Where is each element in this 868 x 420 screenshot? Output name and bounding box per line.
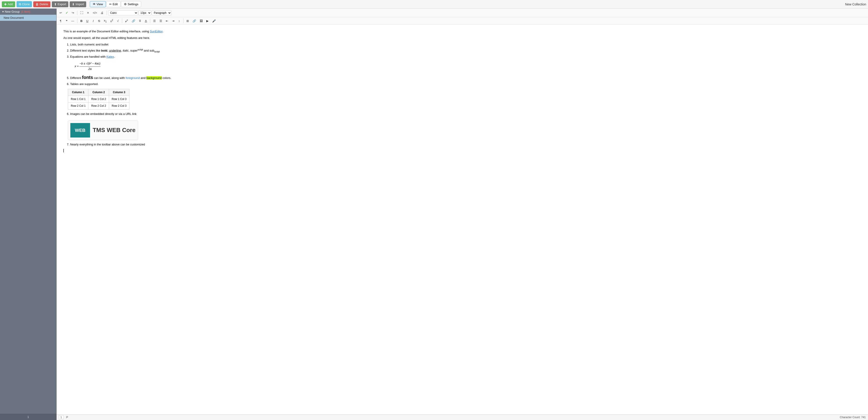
- group-count: (1 item): [21, 10, 30, 13]
- strikethrough-button[interactable]: S: [96, 18, 102, 24]
- import-icon: ⬇: [72, 2, 75, 6]
- intro-paragraph2: As one would expect, all the usual HTML …: [63, 36, 861, 40]
- italic-button[interactable]: I: [91, 18, 96, 24]
- editor-toolbar-row2: ¶ ❝ — B U I S x1 x2 √ 🖍 🔗 T̶ A ☰ ☰ ⇤ ⇥ ↕…: [57, 17, 868, 25]
- table-header: Column 1 Column 2 Column 3: [68, 89, 129, 96]
- cell-r1c1: Row 1 Col 1: [68, 96, 89, 103]
- delete-icon: 🗑: [35, 2, 39, 6]
- list-ordered-button[interactable]: ☰: [158, 18, 164, 24]
- sidebar-group-header[interactable]: ▾ New Group (1 item): [0, 9, 56, 15]
- sqrt-button[interactable]: √: [115, 18, 121, 24]
- link2-button[interactable]: 🔗: [191, 18, 198, 24]
- indent-left-button[interactable]: ⇤: [164, 18, 170, 24]
- video-button[interactable]: ▶: [205, 18, 210, 24]
- col-header-2: Column 2: [89, 89, 109, 96]
- export-icon: ⬆: [54, 2, 57, 6]
- katex-link[interactable]: Katex: [106, 55, 114, 58]
- page-number: 1: [1, 416, 55, 419]
- list-item-4: x = −b ± √(b² − 4ac) 2a: [66, 61, 861, 71]
- redo-button[interactable]: ↪: [70, 10, 76, 15]
- separator1: [77, 11, 78, 15]
- tab-view[interactable]: 👁 View: [90, 1, 106, 7]
- cell-r1c2: Row 1 Col 2: [89, 96, 109, 103]
- accept-button[interactable]: ✓: [64, 10, 70, 15]
- audio-button[interactable]: 🎤: [211, 18, 217, 24]
- superscript-button[interactable]: x2: [109, 18, 115, 24]
- delete-button[interactable]: 🗑 Delete: [33, 1, 51, 7]
- code-view-button[interactable]: </>: [91, 10, 99, 15]
- tab-settings[interactable]: ⚙ Settings: [121, 1, 141, 7]
- group-name: New Group: [5, 10, 20, 13]
- line-height-button[interactable]: ↕: [177, 18, 182, 24]
- character-count: Character Count: 741: [840, 416, 866, 419]
- font-color-button[interactable]: T̶: [137, 18, 143, 24]
- table-button[interactable]: ⊞: [185, 18, 190, 24]
- features-list: Lists, both numeric and bullet Different…: [70, 42, 861, 87]
- export-button[interactable]: ⬆ Export: [52, 1, 68, 7]
- blockquote-button[interactable]: ❝: [64, 18, 69, 24]
- highlight-color-button[interactable]: 🖍: [124, 18, 130, 24]
- foreground-sample: foreground: [126, 76, 140, 79]
- image-button[interactable]: 🖼: [198, 18, 204, 24]
- editor-content[interactable]: This is an example of the Document Edito…: [57, 25, 868, 414]
- background-color-button[interactable]: A: [143, 18, 149, 24]
- list-item-8: Nearly everything in the toolbar above c…: [70, 142, 861, 147]
- content-table: Column 1 Column 2 Column 3 Row 1 Col 1 R…: [68, 89, 129, 110]
- undo-button[interactable]: ↩: [58, 10, 64, 15]
- import-button[interactable]: ⬇ Import: [70, 1, 86, 7]
- add-button[interactable]: ✚ Add: [2, 1, 15, 7]
- separator2: [106, 11, 107, 15]
- list-unordered-button[interactable]: ☰: [152, 18, 157, 24]
- collection-title: New Collection: [845, 2, 866, 6]
- text-direction-button[interactable]: ¶: [58, 18, 63, 24]
- separator4: [122, 19, 122, 23]
- top-toolbar: ✚ Add ⧉ Clone 🗑 Delete ⬆ Export ⬇ Import…: [0, 0, 868, 9]
- separator3: [77, 19, 78, 23]
- main-area: ▾ New Group (1 item) New Document 1 ↩ ✓ …: [0, 9, 868, 420]
- footer-tag: P: [66, 416, 68, 419]
- hr-button[interactable]: —: [70, 18, 76, 24]
- eye-icon: 👁: [93, 2, 96, 6]
- fullscreen-button[interactable]: ⛶: [79, 10, 85, 15]
- link-button[interactable]: 🔗: [130, 18, 137, 24]
- image-inner: WEB TMS WEB Core: [70, 123, 135, 137]
- cell-r1c3: Row 1 Col 3: [109, 96, 129, 103]
- editor-toolbar-row1: ↩ ✓ ↪ ⛶ ≡ </> 🖨 Cairo Arial Times New Ro…: [57, 9, 868, 17]
- intro-paragraph: This is an example of the Document Edito…: [63, 29, 861, 34]
- sub-sample: script: [154, 51, 160, 53]
- sidebar-footer: 1: [0, 414, 56, 420]
- font-size-select[interactable]: 13px 11px 14px 16px 18px: [138, 10, 151, 15]
- tab-edit[interactable]: ✏ Edit: [106, 1, 121, 7]
- web-logo: WEB: [70, 123, 90, 137]
- list-item-1: Lists, both numeric and bullet: [70, 42, 861, 47]
- cell-r2c1: Row 2 Col 1: [68, 103, 89, 109]
- footer-bar: 1 P Character Count: 741: [57, 414, 868, 420]
- features-list-continued: Images can be embedded directly or via a…: [70, 112, 861, 117]
- list-item-2: Different text styles like bold, underli…: [70, 48, 861, 54]
- print-button[interactable]: 🖨: [99, 10, 105, 15]
- font-name-select[interactable]: Cairo Arial Times New Roman: [108, 10, 138, 15]
- add-icon: ✚: [4, 2, 7, 6]
- table-body: Row 1 Col 1 Row 1 Col 2 Row 1 Col 3 Row …: [68, 96, 129, 109]
- sidebar-item-document[interactable]: New Document: [0, 15, 56, 21]
- indent-right-button[interactable]: ⇥: [170, 18, 176, 24]
- col-header-3: Column 3: [109, 89, 129, 96]
- list-item-7: Images can be embedded directly or via a…: [70, 112, 861, 117]
- list-item-6: Tables are supported.: [70, 82, 861, 87]
- editor-area: ↩ ✓ ↪ ⛶ ≡ </> 🖨 Cairo Arial Times New Ro…: [57, 9, 868, 420]
- bold-button[interactable]: B: [79, 18, 84, 24]
- background-sample: background: [146, 76, 162, 79]
- paragraph-select[interactable]: Paragraph Heading 1 Heading 2 Heading 3: [152, 10, 172, 15]
- wysiwyg-button[interactable]: ≡: [85, 10, 91, 15]
- collapse-icon: ▾: [2, 10, 4, 13]
- subscript-button[interactable]: x1: [102, 18, 108, 24]
- underline-button[interactable]: U: [85, 18, 90, 24]
- cell-r2c3: Row 2 Col 3: [109, 103, 129, 109]
- clone-button[interactable]: ⧉ Clone: [17, 1, 32, 7]
- list-item-3: Equations are handled with Katex.: [70, 55, 861, 59]
- table-row: Row 1 Col 1 Row 1 Col 2 Row 1 Col 3: [68, 96, 129, 103]
- table-row: Row 2 Col 1 Row 2 Col 2 Row 2 Col 3: [68, 103, 129, 109]
- gear-icon: ⚙: [124, 2, 127, 6]
- features-list-last: Nearly everything in the toolbar above c…: [70, 142, 861, 147]
- suneditor-link[interactable]: SunEditor: [150, 30, 162, 33]
